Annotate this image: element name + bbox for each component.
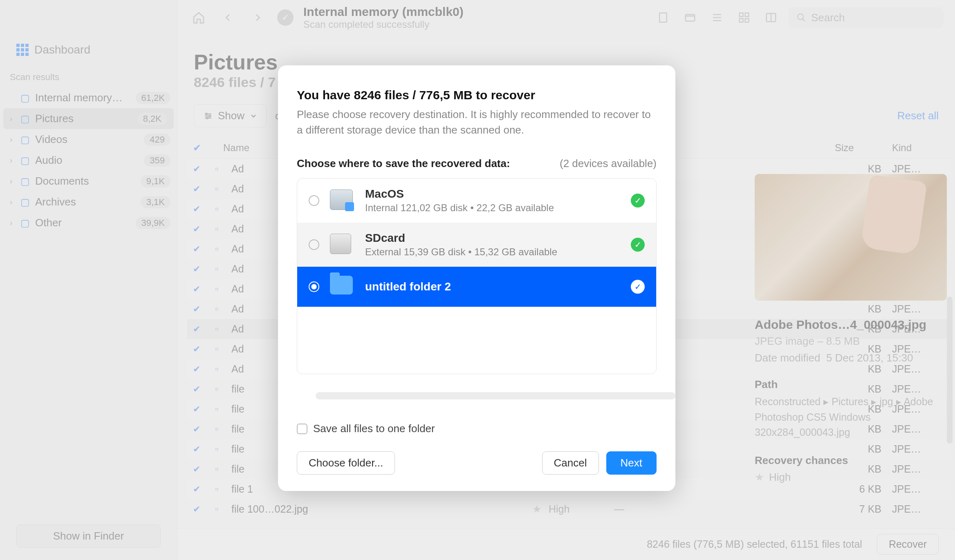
destination-list: MacOSInternal 121,02 GB disk • 22,2 GB a…: [297, 178, 657, 374]
cancel-button[interactable]: Cancel: [542, 451, 599, 475]
check-icon: ✓: [631, 280, 645, 294]
radio-icon: [309, 239, 319, 250]
modal-title: You have 8246 files / 776,5 MB to recove…: [297, 88, 657, 102]
destination-name: SDcard: [365, 232, 620, 245]
save-all-to-one-folder-checkbox[interactable]: Save all files to one folder: [297, 422, 657, 435]
check-icon: ✓: [631, 194, 645, 207]
sd-card-icon: [330, 234, 351, 254]
destination-untitled-folder-2[interactable]: untitled folder 2✓: [297, 267, 656, 307]
destination-macos[interactable]: MacOSInternal 121,02 GB disk • 22,2 GB a…: [297, 178, 656, 223]
modal-description: Please choose recovery destination. It i…: [297, 107, 657, 138]
check-icon: ✓: [631, 238, 645, 252]
checkbox-icon: [297, 424, 307, 434]
radio-icon: [309, 281, 319, 292]
modal-choose-label: Choose where to save the recovered data:: [297, 157, 510, 170]
choose-folder-button[interactable]: Choose folder...: [297, 451, 395, 475]
recover-destination-modal: You have 8246 files / 776,5 MB to recove…: [278, 65, 675, 491]
next-button[interactable]: Next: [606, 451, 657, 475]
destination-name: MacOS: [365, 187, 620, 201]
destination-sdcard[interactable]: SDcardExternal 15,39 GB disk • 15,32 GB …: [297, 223, 656, 267]
destination-subtitle: External 15,39 GB disk • 15,32 GB availa…: [365, 246, 620, 258]
modal-devices-available: (2 devices available): [560, 157, 657, 170]
radio-icon: [309, 195, 319, 206]
folder-icon: [330, 276, 353, 295]
destination-subtitle: Internal 121,02 GB disk • 22,2 GB availa…: [365, 202, 620, 214]
pagination-track[interactable]: [316, 392, 675, 399]
destination-name: untitled folder 2: [365, 280, 620, 293]
hard-disk-icon: [330, 190, 353, 210]
